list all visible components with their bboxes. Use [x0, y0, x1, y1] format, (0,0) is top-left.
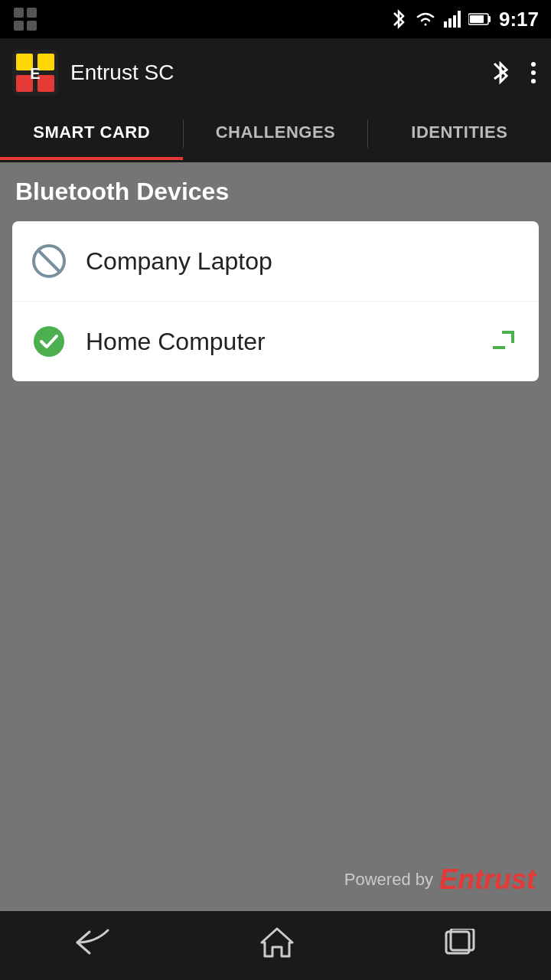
svg-rect-9 — [488, 16, 491, 22]
powered-by-text: Powered by — [344, 870, 433, 890]
list-item[interactable]: Company Laptop — [12, 221, 539, 302]
svg-rect-1 — [27, 8, 37, 18]
status-bar-left — [12, 6, 38, 32]
device-name-home-computer: Home Computer — [86, 328, 266, 356]
svg-point-19 — [34, 326, 64, 357]
status-time: 9:17 — [499, 8, 539, 31]
svg-rect-7 — [458, 11, 461, 28]
svg-rect-5 — [448, 18, 452, 28]
footer: Powered by Entrust — [0, 848, 551, 911]
app-status-icon — [12, 6, 38, 32]
svg-rect-6 — [453, 15, 456, 28]
svg-rect-4 — [444, 21, 447, 28]
status-bar: 9:17 — [0, 0, 551, 38]
tab-smart-card[interactable]: SMART CARD — [0, 107, 183, 160]
battery-status-icon — [468, 12, 491, 26]
blocked-icon — [31, 243, 67, 279]
main-content: Bluetooth Devices Company Laptop Home Co… — [0, 162, 551, 848]
app-logo: E — [12, 50, 58, 96]
svg-text:E: E — [30, 65, 40, 82]
wifi-status-icon — [415, 11, 436, 28]
svg-line-18 — [38, 250, 60, 272]
svg-rect-21 — [493, 346, 505, 349]
tab-identities[interactable]: IDENTITIES — [368, 107, 551, 160]
connected-icon — [31, 323, 67, 360]
status-bar-right: 9:17 — [390, 8, 539, 31]
home-button[interactable] — [237, 920, 317, 972]
device-card: Company Laptop Home Computer — [12, 221, 539, 381]
external-link-icon[interactable] — [490, 325, 520, 358]
bluetooth-icon[interactable] — [488, 57, 513, 88]
bluetooth-status-icon — [390, 8, 407, 30]
svg-rect-2 — [14, 21, 24, 31]
powered-by: Powered by Entrust — [344, 864, 536, 896]
app-bar-title: Entrust SC — [70, 60, 488, 85]
recents-button[interactable] — [420, 921, 500, 971]
svg-rect-10 — [470, 15, 484, 23]
section-title: Bluetooth Devices — [12, 178, 539, 206]
svg-rect-3 — [27, 21, 37, 31]
tab-bar: SMART CARD CHALLENGES IDENTITIES — [0, 107, 551, 162]
svg-rect-0 — [14, 8, 24, 18]
app-bar: E Entrust SC — [0, 38, 551, 107]
nav-bar — [0, 911, 551, 980]
tab-challenges[interactable]: CHALLENGES — [184, 107, 367, 160]
list-item[interactable]: Home Computer — [12, 302, 539, 381]
more-options-icon[interactable] — [528, 59, 539, 87]
svg-marker-22 — [262, 929, 292, 956]
app-bar-actions — [488, 57, 539, 88]
device-name-company-laptop: Company Laptop — [86, 247, 272, 276]
back-button[interactable] — [51, 921, 134, 971]
signal-status-icon — [444, 11, 461, 28]
brand-name: Entrust — [439, 864, 536, 896]
